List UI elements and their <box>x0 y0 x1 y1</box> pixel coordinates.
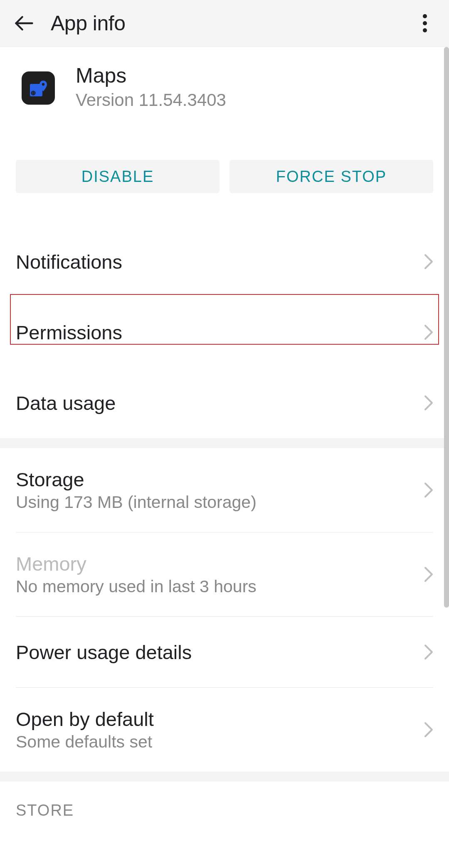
chevron-right-icon <box>424 644 433 660</box>
row-title: Memory <box>16 552 416 575</box>
app-header: Maps Version 11.54.3403 <box>0 47 449 124</box>
svg-point-5 <box>42 83 44 86</box>
row-title: Data usage <box>16 392 416 414</box>
chevron-right-icon <box>424 254 433 270</box>
back-arrow-icon <box>13 12 35 34</box>
row-notifications[interactable]: Notifications <box>0 226 449 297</box>
chevron-right-icon <box>424 324 433 340</box>
row-subtitle: Some defaults set <box>16 732 416 752</box>
header-bar: App info <box>0 0 449 47</box>
row-title: Notifications <box>16 250 416 273</box>
svg-point-1 <box>423 14 427 18</box>
row-data-usage[interactable]: Data usage <box>0 368 449 438</box>
section-label-store: STORE <box>0 782 449 819</box>
chevron-right-icon <box>424 395 433 411</box>
app-icon <box>22 71 55 105</box>
row-title: Open by default <box>16 708 416 731</box>
chevron-right-icon <box>424 482 433 498</box>
svg-point-2 <box>423 21 427 25</box>
chevron-right-icon <box>424 566 433 582</box>
row-subtitle: Using 173 MB (internal storage) <box>16 493 416 512</box>
settings-group-3: STORE <box>0 782 449 819</box>
row-open-by-default[interactable]: Open by default Some defaults set <box>0 688 449 772</box>
action-button-row: DISABLE FORCE STOP <box>0 124 449 193</box>
back-button[interactable] <box>9 8 39 38</box>
section-divider <box>0 438 449 448</box>
row-title: Power usage details <box>16 641 416 664</box>
page-title: App info <box>51 11 410 35</box>
row-title: Storage <box>16 468 416 491</box>
maps-icon <box>28 78 48 98</box>
row-memory[interactable]: Memory No memory used in last 3 hours <box>0 532 449 616</box>
row-power-usage[interactable]: Power usage details <box>0 617 449 687</box>
section-divider <box>0 772 449 782</box>
more-vert-icon <box>423 14 427 32</box>
disable-button[interactable]: DISABLE <box>16 160 220 193</box>
row-title: Permissions <box>16 321 416 344</box>
row-subtitle: No memory used in last 3 hours <box>16 577 416 596</box>
svg-point-3 <box>423 28 427 32</box>
force-stop-button[interactable]: FORCE STOP <box>229 160 433 193</box>
chevron-right-icon <box>424 722 433 738</box>
app-version: Version 11.54.3403 <box>76 90 226 110</box>
settings-group-2: Storage Using 173 MB (internal storage) … <box>0 448 449 772</box>
content-area: Maps Version 11.54.3403 DISABLE FORCE ST… <box>0 47 449 819</box>
row-storage[interactable]: Storage Using 173 MB (internal storage) <box>0 448 449 532</box>
settings-group-1: Notifications Permissions Data usage <box>0 193 449 438</box>
app-name: Maps <box>76 64 226 88</box>
overflow-menu-button[interactable] <box>410 8 440 38</box>
row-permissions[interactable]: Permissions <box>0 297 449 368</box>
